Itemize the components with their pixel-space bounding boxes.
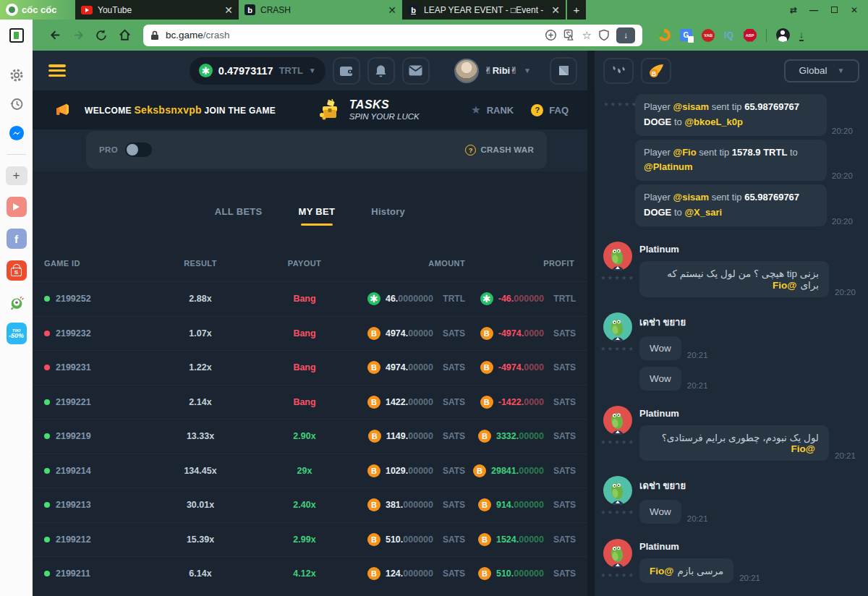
home-button[interactable] bbox=[114, 25, 135, 46]
chat-toggle-button[interactable] bbox=[550, 57, 577, 85]
forward-button[interactable] bbox=[68, 25, 88, 46]
address-bar[interactable]: bc.game/crash ☆ ↓ bbox=[143, 25, 642, 46]
chat-username[interactable]: เดช่า ขยาย bbox=[639, 315, 859, 330]
bet-table-row[interactable]: 2199219 13.33x 2.90x B 1149.00000 SATS B… bbox=[33, 419, 587, 454]
close-window-button[interactable]: ✕ bbox=[846, 5, 862, 15]
game-id-cell: 2199214 bbox=[44, 466, 151, 476]
messages-envelope-button[interactable] bbox=[402, 57, 430, 85]
download-active-icon[interactable]: ↓ bbox=[616, 27, 635, 43]
tab-leap-year-event[interactable]: b LEAP YEAR EVENT - □Event - C ✕ bbox=[402, 0, 566, 20]
tip-from-mention[interactable]: @sisam bbox=[673, 192, 709, 203]
reload-button[interactable] bbox=[91, 25, 111, 46]
tip-from-mention[interactable]: @sisam bbox=[673, 101, 709, 112]
wallet-button[interactable] bbox=[333, 57, 360, 85]
chat-mention[interactable]: @Fio bbox=[650, 566, 673, 576]
crocodile-avatar[interactable] bbox=[603, 242, 632, 271]
tasks-shortcut[interactable]: TASKS SPIN YOUR LUCK bbox=[318, 98, 420, 122]
profit-value: 29841.00000 bbox=[491, 466, 544, 476]
yab-extension-icon[interactable]: YAB bbox=[702, 29, 715, 42]
tab-close-icon[interactable]: ✕ bbox=[551, 5, 560, 15]
chat-username[interactable]: Platinum bbox=[639, 408, 859, 419]
back-button[interactable] bbox=[45, 25, 65, 46]
sidebar-divider bbox=[7, 154, 26, 155]
circle-plus-icon[interactable] bbox=[545, 29, 557, 41]
bet-table-row[interactable]: 2199214 134.45x 29x B 1029.00000 SATS B … bbox=[33, 454, 587, 488]
bet-table-row[interactable]: 2199221 2.14x Bang B 1422.00000 SATS B -… bbox=[33, 385, 587, 420]
bet-table-row[interactable]: 2199213 30.01x 2.40x B 381.000000 SATS B… bbox=[33, 488, 587, 522]
savior-extension-icon[interactable] bbox=[658, 29, 671, 41]
url-path: /crash bbox=[203, 30, 230, 41]
history-clock-icon[interactable] bbox=[9, 96, 25, 112]
bet-table-row[interactable]: 2199212 15.39x 2.99x B 510.000000 SATS B… bbox=[33, 522, 587, 557]
facebook-app-icon[interactable]: f bbox=[7, 229, 27, 249]
new-tab-button[interactable]: + bbox=[567, 0, 586, 20]
google-translate-extension-icon[interactable]: G bbox=[680, 29, 692, 41]
amount-value: 1029.00000 bbox=[386, 466, 433, 476]
coccoc-app-icon[interactable] bbox=[9, 295, 25, 311]
amount-main: 1029. bbox=[386, 466, 408, 476]
tab-my-bet[interactable]: MY BET bbox=[299, 206, 336, 229]
chat-mention[interactable]: @Fio bbox=[791, 443, 815, 454]
chat-messages[interactable]: ★★★★★ Player @sisam sent tip 65.98769767… bbox=[595, 90, 868, 596]
tip-bubble: Player @Fio sent tip 1578.9 TRTL to @Pla… bbox=[635, 140, 827, 182]
tab-history[interactable]: History bbox=[371, 206, 405, 229]
adblock-plus-extension-icon[interactable]: ABP bbox=[744, 29, 757, 42]
tab-crash-active[interactable]: b CRASH ✕ bbox=[239, 0, 402, 20]
translate-icon[interactable] bbox=[563, 29, 576, 41]
downloads-icon[interactable]: ↓ bbox=[799, 30, 804, 41]
game-id-cell: 2199219 bbox=[44, 431, 151, 441]
tab-sync-arrows-icon[interactable]: ⇄ bbox=[786, 5, 801, 15]
crocodile-avatar[interactable] bbox=[603, 312, 632, 341]
minimize-button[interactable]: — bbox=[806, 5, 822, 15]
shield-adblock-icon[interactable] bbox=[598, 29, 610, 41]
rain-tips-button[interactable] bbox=[603, 58, 634, 84]
settings-gear-icon[interactable] bbox=[9, 67, 25, 83]
crocodile-avatar[interactable] bbox=[603, 476, 632, 505]
tip-to-mention[interactable]: @Platinum bbox=[644, 161, 693, 172]
bookmark-star-icon[interactable]: ☆ bbox=[582, 29, 592, 42]
notifications-bell-button[interactable] bbox=[367, 57, 395, 85]
tip-to-mention[interactable]: @bkoeL_k0p bbox=[684, 116, 743, 127]
bet-table-row[interactable]: 2199232 1.07x Bang B 4974.00000 SATS B -… bbox=[33, 316, 587, 351]
bet-table-row[interactable]: 2199211 6.14x 4.12x B 124.000000 SATS B … bbox=[33, 556, 587, 591]
tiki-app-icon[interactable]: TIKI -50% bbox=[7, 323, 27, 344]
hamburger-menu-icon[interactable] bbox=[48, 64, 66, 77]
game-id-cell: 2199221 bbox=[44, 397, 151, 407]
maximize-button[interactable] bbox=[826, 5, 842, 15]
messenger-icon[interactable] bbox=[9, 125, 25, 141]
bet-table-row[interactable]: 2199252 2.88x Bang ✱ 46.0000000 TRTL ✱ -… bbox=[33, 281, 587, 316]
faq-link[interactable]: ? FAQ bbox=[531, 104, 569, 116]
youtube-app-icon[interactable] bbox=[7, 197, 27, 217]
shopee-app-icon[interactable]: S bbox=[7, 260, 27, 281]
browser-profile-icon[interactable] bbox=[776, 28, 790, 42]
chat-username[interactable]: Platinum bbox=[639, 244, 859, 255]
chat-username[interactable]: Platinum bbox=[639, 541, 859, 552]
tip-from-mention[interactable]: @Fio bbox=[673, 147, 696, 158]
tab-youtube[interactable]: YouTube ✕ bbox=[75, 0, 239, 20]
iq-extension-icon[interactable]: IQ bbox=[724, 30, 734, 41]
coin-drop-fire-button[interactable]: B bbox=[641, 58, 671, 84]
game-id-cell: 2199231 bbox=[44, 362, 151, 372]
crash-war-link[interactable]: ? CRASH WAR bbox=[465, 145, 534, 156]
rank-link[interactable]: ★ RANK bbox=[471, 103, 514, 116]
crocodile-avatar[interactable] bbox=[603, 406, 632, 435]
pro-toggle[interactable] bbox=[125, 142, 152, 157]
crocodile-avatar[interactable] bbox=[603, 539, 632, 568]
bet-table-row[interactable]: 2199231 1.22x Bang B 4974.00000 SATS B -… bbox=[33, 350, 587, 385]
sidebar-toggle-icon[interactable] bbox=[9, 28, 24, 43]
chat-channel-selector[interactable]: Global ▼ bbox=[784, 59, 859, 82]
profit-coin-icon: B bbox=[480, 361, 493, 374]
tab-close-icon[interactable]: ✕ bbox=[388, 5, 396, 15]
amount-decimals: 000000 bbox=[403, 569, 433, 579]
user-menu[interactable]: ✌Ribi✌ ▼ bbox=[454, 59, 531, 83]
add-app-button[interactable]: + bbox=[6, 166, 27, 185]
balance-selector[interactable]: ✱ 0.47973117 TRTL ▼ bbox=[190, 57, 326, 85]
tab-all-bets[interactable]: ALL BETS bbox=[215, 206, 263, 229]
chat-username[interactable]: เดช่า ขยาย bbox=[639, 478, 859, 493]
tab-close-icon[interactable]: ✕ bbox=[224, 5, 233, 15]
chat-mention[interactable]: @Fio bbox=[773, 280, 796, 291]
coccoc-brand[interactable]: cốc cốc bbox=[0, 0, 75, 20]
game-id-cell: 2199211 bbox=[44, 569, 151, 579]
amount-value: 381.000000 bbox=[386, 500, 433, 510]
tip-to-mention[interactable]: @X_sari bbox=[684, 207, 722, 218]
